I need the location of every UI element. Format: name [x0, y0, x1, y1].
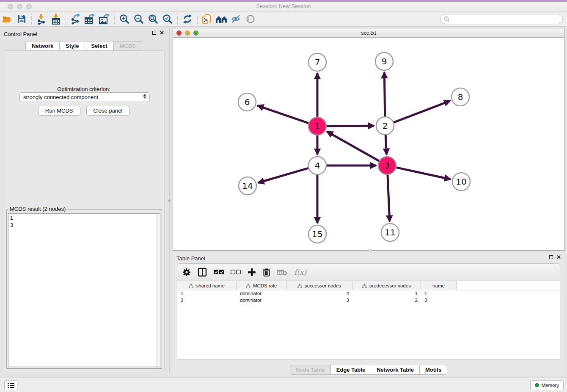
import-network-button[interactable] — [34, 13, 49, 25]
clone-network-button[interactable] — [200, 13, 215, 25]
network-edge-2-8[interactable] — [394, 101, 450, 122]
export-network-button[interactable] — [69, 13, 83, 25]
network-node-3[interactable]: 3 — [378, 157, 396, 174]
network-node-6[interactable]: 6 — [238, 93, 256, 111]
network-edge-3-1[interactable] — [327, 132, 379, 161]
table-row[interactable]: 1 dominator 4 1 1 — [177, 290, 560, 297]
open-folder-button[interactable] — [0, 13, 14, 25]
add-column-icon[interactable] — [248, 268, 256, 276]
delete-column-trash-icon[interactable] — [263, 268, 270, 276]
zoom-in-button[interactable] — [117, 13, 132, 25]
panel-divider-grip[interactable] — [168, 195, 171, 206]
network-window-grip[interactable] — [369, 249, 372, 252]
flow-icon — [297, 284, 302, 288]
table-row[interactable]: 3 dominator 3 2 3 — [177, 297, 560, 304]
hide-panel-button[interactable] — [229, 13, 243, 25]
table-panel-header: Table Panel ✕ — [173, 252, 564, 264]
network-edge-2-3[interactable] — [385, 135, 386, 155]
search-icon — [444, 16, 450, 22]
zoom-selected-icon — [162, 14, 173, 24]
network-edge-4-14[interactable] — [258, 168, 308, 183]
network-node-7[interactable]: 7 — [308, 53, 326, 71]
search-field[interactable] — [440, 14, 563, 24]
column-header-successor-nodes[interactable]: successor nodes — [286, 281, 352, 290]
close-panel-icon[interactable]: ✕ — [160, 30, 164, 35]
mcds-result-list[interactable]: 1 3 — [8, 213, 160, 367]
list-icon — [8, 383, 14, 388]
table-panel-tabs: Node Table Edge Table Network Table Moti… — [173, 365, 564, 375]
svg-text:7: 7 — [315, 57, 320, 67]
mcds-panel-body: Optimization criterion: strongly connect… — [3, 50, 165, 371]
network-node-2[interactable]: 2 — [376, 117, 394, 135]
window-top-accent — [0, 0, 567, 2]
network-edge-3-10[interactable] — [396, 168, 450, 179]
tab-network[interactable]: Network — [25, 41, 60, 50]
result-scrollbar[interactable] — [156, 214, 160, 367]
column-header-shared-name[interactable]: shared name — [177, 281, 237, 290]
toolbar-separator — [66, 14, 66, 25]
network-window-titlebar[interactable]: × − + scc.txt — [173, 28, 564, 38]
network-edge-1-6[interactable] — [258, 105, 309, 123]
tab-select[interactable]: Select — [85, 41, 113, 50]
network-node-15[interactable]: 15 — [308, 225, 326, 243]
export-table-button[interactable] — [83, 13, 97, 25]
show-panel-button[interactable] — [243, 13, 258, 25]
control-panel-title: Control Panel — [4, 31, 37, 37]
unselect-all-checks-icon[interactable] — [231, 270, 241, 275]
network-edge-3-11[interactable] — [388, 175, 390, 221]
select-all-checks-icon[interactable] — [214, 270, 224, 275]
float-table-panel-icon[interactable] — [549, 255, 553, 259]
run-mcds-button[interactable]: Run MCDS — [38, 106, 80, 116]
first-neighbors-button[interactable] — [215, 13, 229, 25]
network-node-8[interactable]: 8 — [451, 88, 469, 106]
tab-network-table[interactable]: Network Table — [371, 365, 420, 375]
tab-node-table[interactable]: Node Table — [290, 365, 331, 375]
network-node-14[interactable]: 14 — [239, 177, 256, 195]
tab-edge-table[interactable]: Edge Table — [330, 365, 371, 375]
search-input[interactable] — [450, 15, 562, 23]
svg-text:10: 10 — [456, 177, 466, 187]
svg-text:14: 14 — [242, 181, 253, 191]
column-header-predecessor-nodes[interactable]: predecessor nodes — [352, 281, 421, 290]
network-node-4[interactable]: 4 — [308, 157, 326, 174]
network-edge-2-9[interactable] — [384, 72, 385, 116]
refresh-icon — [182, 14, 193, 24]
tab-style[interactable]: Style — [59, 41, 85, 50]
clone-network-icon — [202, 14, 213, 25]
show-column-icon[interactable] — [198, 268, 207, 277]
show-hide-panels-button[interactable] — [4, 380, 17, 390]
tab-mcds[interactable]: MCDS — [113, 41, 142, 50]
export-image-button[interactable] — [97, 13, 112, 25]
column-header-mcds-role[interactable]: MCDS role — [237, 281, 286, 290]
cell-shared-name: 1 — [177, 290, 237, 297]
tab-motifs[interactable]: Motifs — [419, 365, 447, 375]
import-table-button[interactable] — [49, 13, 63, 25]
dropdown-value: strongly connected component — [23, 94, 98, 100]
network-canvas-svg[interactable]: 7968124314101511 — [173, 38, 564, 250]
first-neighbors-icon — [215, 15, 228, 23]
network-node-11[interactable]: 11 — [381, 224, 399, 241]
save-session-button[interactable] — [14, 13, 29, 25]
zoom-selected-button[interactable] — [160, 13, 175, 25]
toolbar-separator — [177, 14, 178, 25]
zoom-fit-button[interactable] — [146, 13, 160, 25]
optimization-criterion-dropdown[interactable]: strongly connected component — [19, 92, 150, 102]
memory-button[interactable]: Memory — [530, 380, 564, 390]
network-node-1[interactable]: 1 — [308, 117, 326, 135]
network-node-10[interactable]: 10 — [452, 173, 470, 190]
svg-text:1: 1 — [315, 121, 320, 131]
zoom-out-button[interactable] — [132, 13, 146, 25]
float-panel-icon[interactable] — [152, 31, 156, 35]
mcds-result-group: MCDS result (2 nodes) 1 3 — [6, 209, 162, 369]
network-edge-1-2[interactable] — [327, 126, 374, 126]
svg-text:3: 3 — [385, 160, 390, 171]
node-table[interactable]: shared name MCDS role successor — [177, 281, 560, 360]
cell-successor-nodes: 3 — [286, 297, 352, 304]
refresh-button[interactable] — [180, 13, 195, 25]
close-table-panel-icon[interactable]: ✕ — [556, 255, 561, 259]
close-panel-button[interactable]: Close panel — [86, 106, 130, 116]
network-node-9[interactable]: 9 — [375, 52, 393, 70]
svg-text:15: 15 — [312, 229, 322, 239]
settings-gear-icon[interactable] — [182, 268, 191, 276]
column-header-name[interactable]: name — [421, 281, 457, 290]
